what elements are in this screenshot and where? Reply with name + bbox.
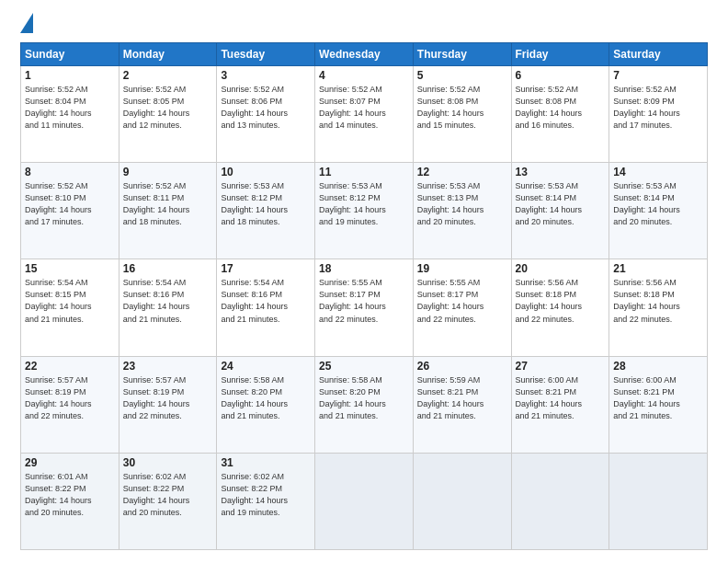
calendar-header-cell: Friday <box>511 43 609 66</box>
calendar-week-row: 1Sunrise: 5:52 AM Sunset: 8:04 PM Daylig… <box>21 66 708 163</box>
day-info: Sunrise: 5:52 AM Sunset: 8:08 PM Dayligh… <box>417 84 507 132</box>
day-info: Sunrise: 5:52 AM Sunset: 8:09 PM Dayligh… <box>613 84 703 132</box>
day-info: Sunrise: 5:54 AM Sunset: 8:15 PM Dayligh… <box>25 277 115 325</box>
calendar-cell <box>413 453 511 549</box>
calendar-cell: 21Sunrise: 5:56 AM Sunset: 8:18 PM Dayli… <box>609 259 708 356</box>
day-number: 20 <box>516 262 606 275</box>
day-info: Sunrise: 5:57 AM Sunset: 8:19 PM Dayligh… <box>25 374 115 422</box>
header <box>20 17 708 33</box>
day-number: 22 <box>25 360 115 373</box>
day-number: 24 <box>221 360 311 373</box>
calendar-cell <box>511 453 609 549</box>
calendar-cell <box>315 453 414 549</box>
day-info: Sunrise: 6:01 AM Sunset: 8:22 PM Dayligh… <box>25 471 115 519</box>
day-info: Sunrise: 5:56 AM Sunset: 8:18 PM Dayligh… <box>516 277 606 325</box>
calendar-cell: 19Sunrise: 5:55 AM Sunset: 8:17 PM Dayli… <box>413 259 511 356</box>
day-number: 3 <box>221 69 311 82</box>
day-info: Sunrise: 5:58 AM Sunset: 8:20 PM Dayligh… <box>221 374 311 422</box>
calendar-table: SundayMondayTuesdayWednesdayThursdayFrid… <box>20 42 708 550</box>
calendar-body: 1Sunrise: 5:52 AM Sunset: 8:04 PM Daylig… <box>21 66 708 550</box>
calendar-cell: 15Sunrise: 5:54 AM Sunset: 8:15 PM Dayli… <box>21 259 119 356</box>
calendar-cell: 6Sunrise: 5:52 AM Sunset: 8:08 PM Daylig… <box>511 66 609 163</box>
day-info: Sunrise: 5:52 AM Sunset: 8:08 PM Dayligh… <box>516 84 606 132</box>
day-number: 10 <box>221 166 311 178</box>
day-number: 1 <box>25 69 115 82</box>
calendar-header: SundayMondayTuesdayWednesdayThursdayFrid… <box>21 43 708 66</box>
calendar-cell: 5Sunrise: 5:52 AM Sunset: 8:08 PM Daylig… <box>413 66 511 163</box>
calendar-cell: 28Sunrise: 6:00 AM Sunset: 8:21 PM Dayli… <box>609 356 708 453</box>
calendar-cell: 4Sunrise: 5:52 AM Sunset: 8:07 PM Daylig… <box>315 66 414 163</box>
day-number: 9 <box>123 166 213 178</box>
calendar-cell: 2Sunrise: 5:52 AM Sunset: 8:05 PM Daylig… <box>119 66 217 163</box>
day-info: Sunrise: 5:58 AM Sunset: 8:20 PM Dayligh… <box>319 374 409 422</box>
day-info: Sunrise: 5:59 AM Sunset: 8:21 PM Dayligh… <box>417 374 507 422</box>
day-number: 5 <box>417 69 507 82</box>
day-info: Sunrise: 5:52 AM Sunset: 8:04 PM Dayligh… <box>25 84 115 132</box>
day-number: 25 <box>319 360 409 373</box>
calendar-cell: 20Sunrise: 5:56 AM Sunset: 8:18 PM Dayli… <box>511 259 609 356</box>
day-info: Sunrise: 5:52 AM Sunset: 8:11 PM Dayligh… <box>123 180 213 228</box>
day-number: 29 <box>25 456 115 469</box>
day-info: Sunrise: 6:00 AM Sunset: 8:21 PM Dayligh… <box>516 374 606 422</box>
calendar-cell: 25Sunrise: 5:58 AM Sunset: 8:20 PM Dayli… <box>315 356 414 453</box>
day-number: 8 <box>25 166 115 178</box>
calendar-cell: 12Sunrise: 5:53 AM Sunset: 8:13 PM Dayli… <box>413 163 511 259</box>
day-number: 7 <box>613 69 703 82</box>
day-number: 30 <box>123 456 213 469</box>
day-number: 15 <box>25 262 115 275</box>
day-info: Sunrise: 5:55 AM Sunset: 8:17 PM Dayligh… <box>417 277 507 325</box>
calendar-cell: 26Sunrise: 5:59 AM Sunset: 8:21 PM Dayli… <box>413 356 511 453</box>
calendar-cell: 31Sunrise: 6:02 AM Sunset: 8:22 PM Dayli… <box>217 453 315 549</box>
day-info: Sunrise: 5:54 AM Sunset: 8:16 PM Dayligh… <box>123 277 213 325</box>
day-info: Sunrise: 5:54 AM Sunset: 8:16 PM Dayligh… <box>221 277 311 325</box>
day-number: 17 <box>221 262 311 275</box>
day-info: Sunrise: 6:02 AM Sunset: 8:22 PM Dayligh… <box>221 471 311 519</box>
day-number: 13 <box>516 166 606 178</box>
day-number: 11 <box>319 166 409 178</box>
calendar-cell: 11Sunrise: 5:53 AM Sunset: 8:12 PM Dayli… <box>315 163 414 259</box>
day-number: 6 <box>516 69 606 82</box>
calendar-header-cell: Thursday <box>413 43 511 66</box>
calendar-header-cell: Saturday <box>609 43 708 66</box>
day-number: 23 <box>123 360 213 373</box>
calendar-cell <box>609 453 708 549</box>
calendar-header-cell: Tuesday <box>217 43 315 66</box>
calendar-cell: 27Sunrise: 6:00 AM Sunset: 8:21 PM Dayli… <box>511 356 609 453</box>
calendar-cell: 22Sunrise: 5:57 AM Sunset: 8:19 PM Dayli… <box>21 356 119 453</box>
calendar-cell: 10Sunrise: 5:53 AM Sunset: 8:12 PM Dayli… <box>217 163 315 259</box>
day-number: 21 <box>613 262 703 275</box>
day-number: 4 <box>319 69 409 82</box>
calendar-cell: 7Sunrise: 5:52 AM Sunset: 8:09 PM Daylig… <box>609 66 708 163</box>
calendar-week-row: 22Sunrise: 5:57 AM Sunset: 8:19 PM Dayli… <box>21 356 708 453</box>
day-info: Sunrise: 5:55 AM Sunset: 8:17 PM Dayligh… <box>319 277 409 325</box>
calendar-cell: 30Sunrise: 6:02 AM Sunset: 8:22 PM Dayli… <box>119 453 217 549</box>
day-number: 14 <box>613 166 703 178</box>
day-info: Sunrise: 5:52 AM Sunset: 8:07 PM Dayligh… <box>319 84 409 132</box>
day-info: Sunrise: 6:02 AM Sunset: 8:22 PM Dayligh… <box>123 471 213 519</box>
day-number: 12 <box>417 166 507 178</box>
calendar-cell: 3Sunrise: 5:52 AM Sunset: 8:06 PM Daylig… <box>217 66 315 163</box>
day-number: 16 <box>123 262 213 275</box>
calendar-week-row: 29Sunrise: 6:01 AM Sunset: 8:22 PM Dayli… <box>21 453 708 549</box>
page: SundayMondayTuesdayWednesdayThursdayFrid… <box>0 0 728 563</box>
calendar-header-cell: Monday <box>119 43 217 66</box>
calendar-cell: 13Sunrise: 5:53 AM Sunset: 8:14 PM Dayli… <box>511 163 609 259</box>
day-number: 2 <box>123 69 213 82</box>
calendar-cell: 17Sunrise: 5:54 AM Sunset: 8:16 PM Dayli… <box>217 259 315 356</box>
calendar-header-cell: Sunday <box>21 43 119 66</box>
day-number: 26 <box>417 360 507 373</box>
day-info: Sunrise: 6:00 AM Sunset: 8:21 PM Dayligh… <box>613 374 703 422</box>
calendar-cell: 9Sunrise: 5:52 AM Sunset: 8:11 PM Daylig… <box>119 163 217 259</box>
calendar-cell: 16Sunrise: 5:54 AM Sunset: 8:16 PM Dayli… <box>119 259 217 356</box>
day-info: Sunrise: 5:53 AM Sunset: 8:14 PM Dayligh… <box>613 180 703 228</box>
day-info: Sunrise: 5:53 AM Sunset: 8:12 PM Dayligh… <box>319 180 409 228</box>
day-info: Sunrise: 5:57 AM Sunset: 8:19 PM Dayligh… <box>123 374 213 422</box>
day-info: Sunrise: 5:52 AM Sunset: 8:06 PM Dayligh… <box>221 84 311 132</box>
day-number: 19 <box>417 262 507 275</box>
calendar-week-row: 15Sunrise: 5:54 AM Sunset: 8:15 PM Dayli… <box>21 259 708 356</box>
day-info: Sunrise: 5:53 AM Sunset: 8:12 PM Dayligh… <box>221 180 311 228</box>
day-number: 28 <box>613 360 703 373</box>
day-info: Sunrise: 5:56 AM Sunset: 8:18 PM Dayligh… <box>613 277 703 325</box>
calendar-cell: 8Sunrise: 5:52 AM Sunset: 8:10 PM Daylig… <box>21 163 119 259</box>
calendar-cell: 24Sunrise: 5:58 AM Sunset: 8:20 PM Dayli… <box>217 356 315 453</box>
